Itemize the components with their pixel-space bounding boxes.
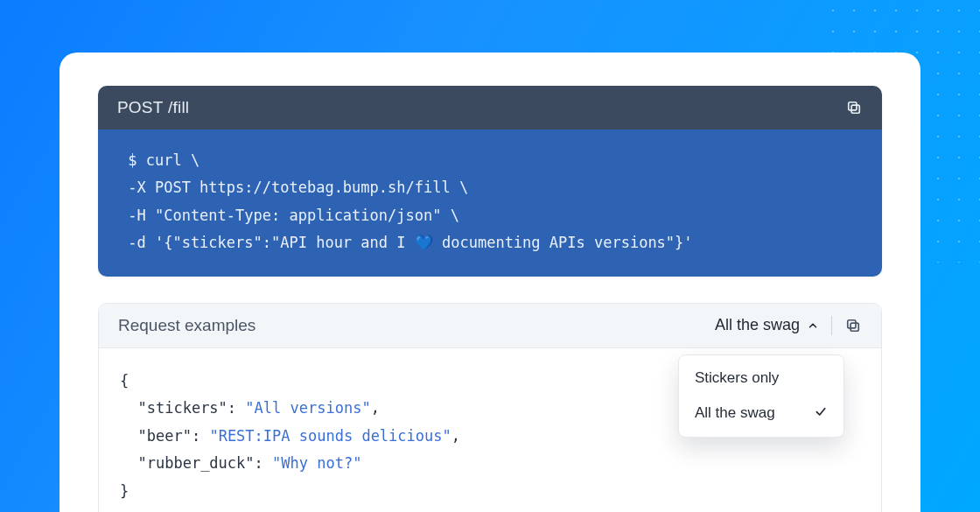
chevron-up-icon [807,319,819,332]
dropdown-item-all-the-swag[interactable]: All the swag [679,396,844,431]
http-method: POST [117,98,164,116]
svg-rect-3 [848,320,856,328]
json-value: Why not? [281,454,353,472]
json-value: REST:IPA sounds delicious [219,427,443,445]
check-icon [814,404,828,423]
example-selector-label: All the swag [715,316,800,334]
example-selector-toggle[interactable]: All the swag [715,316,819,334]
api-code-body: $ curl \ -X POST https://totebag.bump.sh… [98,130,882,277]
copy-icon [844,317,862,334]
copy-button[interactable] [845,99,863,116]
code-line: $ curl \ [119,151,200,169]
copy-icon [845,99,863,116]
code-line: -d '{"stickers":"API hour and I 💙 docume… [119,234,693,251]
example-selector-dropdown: Stickers only All the swag [678,354,844,438]
svg-rect-1 [849,102,857,110]
code-line: -H "Content-Type: application/json" \ [119,207,459,224]
http-path: /fill [168,98,189,116]
code-line: -X POST https://totebag.bump.sh/fill \ [119,179,468,196]
dropdown-item-label: Stickers only [695,369,779,387]
dropdown-item-stickers-only[interactable]: Stickers only [679,361,844,396]
svg-rect-0 [851,105,859,113]
request-examples-title: Request examples [118,316,256,335]
request-examples-card: Request examples All the swag { "sti [98,303,882,512]
svg-rect-2 [850,323,858,331]
copy-button[interactable] [844,317,862,334]
api-card: POST /fill $ curl \ -X POST https://tote… [98,86,882,277]
api-title: POST /fill [117,98,189,117]
api-header: POST /fill [98,86,882,130]
json-value: All versions [255,399,362,417]
doc-panel: POST /fill $ curl \ -X POST https://tote… [60,53,920,512]
vertical-divider [831,316,832,335]
dropdown-item-label: All the swag [695,404,775,422]
request-examples-controls: All the swag [715,316,862,335]
request-examples-header: Request examples All the swag [99,304,881,348]
